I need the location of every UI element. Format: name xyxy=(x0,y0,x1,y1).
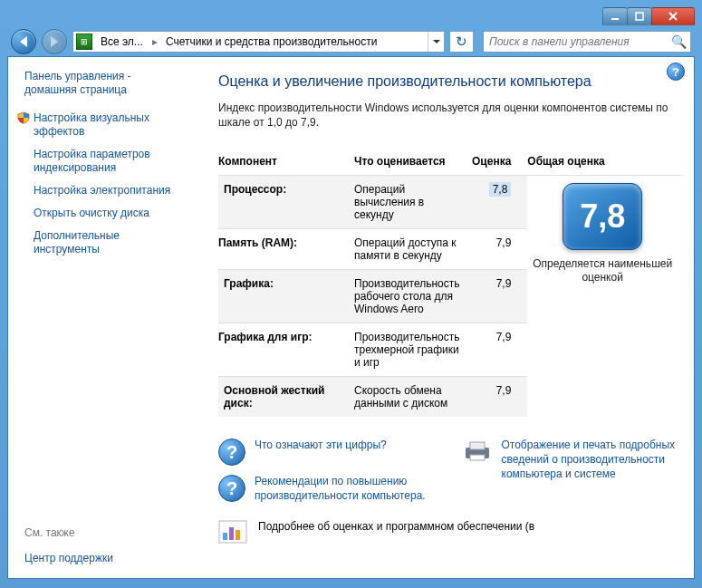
chevron-down-icon xyxy=(433,40,440,43)
intro-text: Индекс производительности Windows исполь… xyxy=(218,101,683,130)
window-close-button[interactable] xyxy=(651,7,695,25)
link-what-numbers-mean[interactable]: Что означают эти цифры? xyxy=(255,439,387,453)
component-desc: Операций доступа к памяти в секунду xyxy=(354,229,472,270)
chart-icon xyxy=(218,520,247,544)
help-button[interactable]: ? xyxy=(667,63,685,81)
component-score: 7,8 xyxy=(472,176,527,229)
link-more-about-scores[interactable]: Подробнее об оценках и программном обесп… xyxy=(258,520,534,533)
component-desc: Производительность рабочего стола для Wi… xyxy=(354,270,472,323)
sidebar-link-advanced-tools[interactable]: Дополнительные инструменты xyxy=(17,226,182,260)
question-icon: ? xyxy=(218,475,245,502)
svg-rect-9 xyxy=(229,527,234,540)
col-score: Оценка xyxy=(472,149,527,176)
col-base: Общая оценка xyxy=(527,149,683,176)
control-panel-icon: ⊞ xyxy=(76,34,92,50)
window-maximize-button[interactable] xyxy=(627,7,652,25)
svg-rect-0 xyxy=(611,18,619,20)
see-also-heading: См. также xyxy=(17,523,182,546)
base-score-cell: 7,8 Определяется наименьшей оценкой xyxy=(527,176,683,418)
window-minimize-button[interactable] xyxy=(602,7,628,25)
col-component: Компонент xyxy=(218,149,354,176)
search-box[interactable]: 🔍 xyxy=(483,31,691,53)
link-print-details[interactable]: Отображение и печать подробных сведений … xyxy=(502,439,684,481)
col-what: Что оценивается xyxy=(354,149,472,176)
breadcrumb-bar[interactable]: ⊞ Все эл... ▸ Счетчики и средства произв… xyxy=(72,31,445,53)
svg-rect-1 xyxy=(636,13,643,20)
sidebar-link-label: Настройка визуальных эффектов xyxy=(34,111,149,138)
help-icon: ? xyxy=(672,65,679,79)
svg-rect-5 xyxy=(470,442,485,449)
refresh-icon: ↻ xyxy=(456,34,467,50)
breadcrumb-dropdown-button[interactable] xyxy=(428,32,444,52)
sidebar-link-visual-effects[interactable]: Настройка визуальных эффектов xyxy=(17,108,182,142)
svg-rect-6 xyxy=(470,455,485,460)
control-panel-home-link[interactable]: Панель управления - домашняя страница xyxy=(17,66,182,106)
arrow-left-icon xyxy=(20,36,27,47)
shield-icon xyxy=(17,111,30,124)
component-name: Основной жесткий диск: xyxy=(218,377,354,418)
component-name: Память (RAM): xyxy=(218,229,354,270)
arrow-right-icon xyxy=(51,36,58,47)
search-input[interactable] xyxy=(487,34,671,49)
page-title: Оценка и увеличение производительности к… xyxy=(218,73,683,90)
component-score: 7,9 xyxy=(472,270,527,323)
sidebar-link-action-center[interactable]: Центр поддержки xyxy=(17,548,182,569)
breadcrumb-segment[interactable]: Все эл... xyxy=(95,32,149,52)
refresh-button[interactable]: ↻ xyxy=(450,31,474,53)
base-score-tile: 7,8 xyxy=(563,183,642,250)
nav-forward-button[interactable] xyxy=(42,29,67,54)
link-performance-tips[interactable]: Рекомендации по повышению производительн… xyxy=(255,475,440,503)
component-desc: Скорость обмена данными с диском xyxy=(354,377,472,418)
component-name: Графика: xyxy=(218,270,354,323)
printer-icon xyxy=(462,439,493,462)
component-score: 7,9 xyxy=(472,229,527,270)
component-score: 7,9 xyxy=(472,377,527,418)
sidebar-link-indexing[interactable]: Настройка параметров индексирования xyxy=(17,144,182,178)
base-score-caption: Определяется наименьшей оценкой xyxy=(527,257,678,284)
component-score: 7,9 xyxy=(472,323,527,377)
nav-back-button[interactable] xyxy=(11,29,36,54)
component-desc: Операций вычисления в секунду xyxy=(354,176,472,229)
svg-rect-8 xyxy=(223,533,227,540)
breadcrumb-segment[interactable]: Счетчики и средства производительности xyxy=(160,32,383,52)
wei-scores-table: Компонент Что оценивается Оценка Общая о… xyxy=(218,149,683,417)
component-name: Графика для игр: xyxy=(218,323,354,377)
component-name: Процессор: xyxy=(218,176,354,229)
sidebar-link-power[interactable]: Настройка электропитания xyxy=(17,180,182,201)
breadcrumb-separator-icon: ▸ xyxy=(149,35,160,48)
question-icon: ? xyxy=(218,439,245,466)
component-desc: Производительность трехмерной графики и … xyxy=(354,323,472,377)
search-icon: 🔍 xyxy=(671,34,687,49)
sidebar-link-disk-cleanup[interactable]: Открыть очистку диска xyxy=(17,203,182,224)
svg-rect-10 xyxy=(236,530,240,540)
